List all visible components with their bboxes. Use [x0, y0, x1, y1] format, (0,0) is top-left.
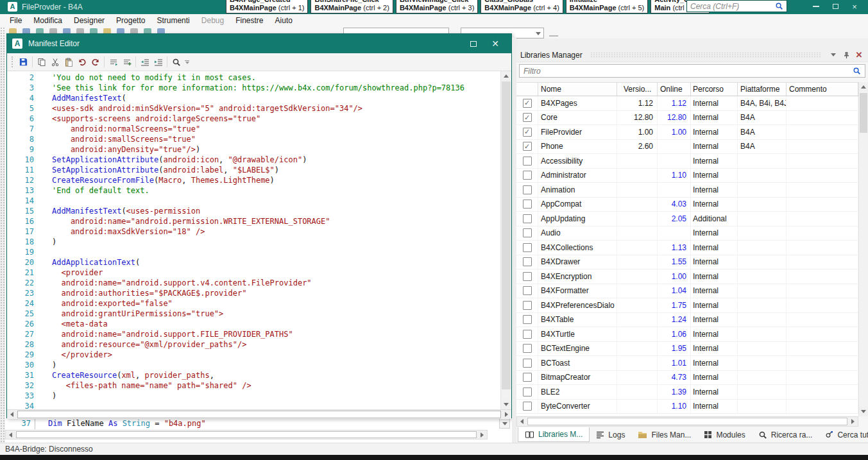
- library-checkbox[interactable]: [523, 402, 532, 411]
- library-row[interactable]: Phone2.60InternalB4A: [516, 140, 858, 155]
- menu-file[interactable]: File: [4, 14, 28, 27]
- library-checkbox[interactable]: [523, 272, 532, 281]
- manifest-horizontal-scrollbar[interactable]: [7, 409, 511, 419]
- library-row[interactable]: B4XTurtle1.06Internal: [516, 327, 858, 342]
- code-jump-tab[interactable]: B4XPage_CreatedB4XMainPage (ctrl + 1): [226, 0, 308, 13]
- library-checkbox[interactable]: [523, 257, 532, 266]
- code-jump-tab[interactable]: BtnShareFile_ClickB4XMainPage (ctrl + 2): [311, 0, 393, 13]
- scrollbar-thumb[interactable]: [860, 93, 867, 133]
- library-row[interactable]: AudioInternal: [516, 226, 858, 241]
- scroll-left-button[interactable]: [6, 430, 15, 439]
- drag-handle[interactable]: [590, 52, 822, 58]
- menu-debug[interactable]: Debug: [196, 14, 230, 27]
- indent-decrease-button[interactable]: [138, 55, 151, 69]
- scroll-down-button[interactable]: [859, 407, 868, 416]
- pin-button[interactable]: [841, 50, 851, 60]
- library-checkbox[interactable]: [523, 243, 532, 252]
- library-checkbox[interactable]: [523, 330, 532, 339]
- library-checkbox[interactable]: [523, 301, 532, 310]
- library-checkbox[interactable]: [523, 315, 532, 324]
- library-filter-input[interactable]: Filtro: [519, 64, 865, 78]
- library-row[interactable]: BCTextEngine1.95Internal: [516, 342, 858, 357]
- library-row[interactable]: FileProvider1.001.00InternalB4A: [516, 125, 858, 140]
- indent-increase-button[interactable]: [151, 55, 165, 69]
- scroll-down-button[interactable]: [501, 400, 511, 409]
- menu-strumenti[interactable]: Strumenti: [151, 14, 195, 27]
- panel-tab-libraries-m[interactable]: Libraries M...: [518, 427, 590, 442]
- library-row[interactable]: B4XPages1.121.12InternalB4A, B4i, B4J: [516, 96, 858, 111]
- panel-tab-logs[interactable]: Logs: [590, 427, 631, 442]
- scroll-up-button[interactable]: [501, 71, 511, 81]
- undo-button[interactable]: [75, 55, 89, 69]
- library-checkbox[interactable]: [523, 359, 532, 368]
- column-header-commento[interactable]: Commento: [787, 83, 858, 96]
- menu-modifica[interactable]: Modifica: [28, 14, 68, 27]
- manifest-code-area[interactable]: 2'You do not need to modify it in most c…: [7, 71, 511, 409]
- code-editor-line[interactable]: 37 Dim FileName As String = "b4a.png": [5, 418, 512, 429]
- manifest-maximize-button[interactable]: [463, 34, 484, 53]
- library-row[interactable]: BLE21.39Internal: [516, 385, 858, 400]
- panel-menu-button[interactable]: [828, 50, 838, 60]
- cut-button[interactable]: [48, 55, 62, 69]
- scrollbar-thumb[interactable]: [17, 411, 501, 418]
- library-checkbox[interactable]: [523, 128, 532, 137]
- library-checkbox[interactable]: [523, 113, 532, 122]
- library-row[interactable]: AnimationInternal: [516, 183, 858, 198]
- column-header-versio-[interactable]: Versio...: [617, 83, 658, 96]
- panel-tab-modules[interactable]: Modules: [697, 427, 751, 442]
- menu-aiuto[interactable]: Aiuto: [269, 14, 298, 27]
- libraries-manager-titlebar[interactable]: Libraries Manager ✕: [516, 48, 868, 62]
- library-checkbox[interactable]: [523, 99, 532, 108]
- code-jump-tab[interactable]: InitializeB4XMainPage (ctrl + 5): [566, 0, 648, 13]
- scroll-right-button[interactable]: [477, 430, 487, 439]
- panel-tab-cerca-tutti-i-rif[interactable]: Cerca tutti i Rif...: [819, 427, 868, 442]
- search-button[interactable]: [169, 55, 183, 69]
- library-checkbox[interactable]: [523, 228, 532, 237]
- code-jump-tab[interactable]: BtnViewImage_ClickB4XMainPage (ctrl + 3): [396, 0, 478, 13]
- paste-button[interactable]: [62, 55, 75, 69]
- maximize-button[interactable]: [826, 0, 845, 13]
- minimize-button[interactable]: [806, 0, 826, 13]
- panel-splitter[interactable]: [512, 37, 516, 443]
- menu-finestre[interactable]: Finestre: [230, 14, 269, 27]
- copy-button[interactable]: [35, 55, 48, 69]
- library-checkbox[interactable]: [523, 142, 532, 151]
- code-jump-tab[interactable]: Class_GlobalsB4XMainPage (ctrl + 4): [481, 0, 563, 13]
- comment-add-button[interactable]: [120, 55, 133, 69]
- save-button[interactable]: [17, 55, 30, 69]
- library-checkbox[interactable]: [523, 200, 532, 209]
- manifest-close-button[interactable]: ✕: [484, 34, 506, 53]
- library-row[interactable]: B4XPreferencesDialo1.75Internal: [516, 298, 858, 313]
- library-checkbox[interactable]: [523, 373, 532, 382]
- library-checkbox[interactable]: [523, 171, 532, 180]
- library-row[interactable]: B4XCollections1.13Internal: [516, 241, 858, 255]
- editor-dropdown-button[interactable]: [499, 418, 510, 429]
- libraries-vertical-scrollbar[interactable]: [858, 82, 868, 416]
- library-row[interactable]: BCToast1.01Internal: [516, 356, 858, 371]
- scroll-up-button[interactable]: [859, 82, 868, 92]
- library-row[interactable]: B4XTable1.24Internal: [516, 313, 858, 328]
- library-row[interactable]: Core12.8012.80InternalB4A: [516, 111, 858, 126]
- library-checkbox[interactable]: [523, 344, 532, 353]
- redo-button[interactable]: [89, 55, 102, 69]
- column-header-piattaforme[interactable]: Piattaforme: [738, 83, 787, 96]
- scroll-right-button[interactable]: [848, 417, 858, 426]
- toolbar-overflow-button[interactable]: [549, 29, 558, 37]
- library-row[interactable]: Administrator1.10Internal: [516, 169, 858, 183]
- scrollbar-thumb[interactable]: [502, 81, 511, 389]
- library-checkbox[interactable]: [523, 185, 532, 194]
- library-checkbox[interactable]: [523, 286, 532, 295]
- column-header-nome[interactable]: Nome: [538, 83, 617, 96]
- menu-designer[interactable]: Designer: [68, 14, 110, 27]
- scrollbar-thumb[interactable]: [527, 418, 847, 425]
- scroll-left-button[interactable]: [517, 417, 527, 426]
- library-row[interactable]: B4XEncryption1.00Internal: [516, 269, 858, 284]
- panel-tab-files-man[interactable]: Files Man...: [631, 427, 697, 442]
- library-checkbox[interactable]: [523, 214, 532, 223]
- quick-search-input[interactable]: Cerca (Ctrl+F): [686, 0, 787, 12]
- column-header-percorso[interactable]: Percorso: [691, 83, 738, 96]
- libraries-horizontal-scrollbar[interactable]: [516, 416, 858, 427]
- column-header-online[interactable]: Online: [658, 83, 691, 96]
- library-row[interactable]: B4XDrawer1.55Internal: [516, 255, 858, 270]
- library-checkbox[interactable]: [523, 388, 532, 396]
